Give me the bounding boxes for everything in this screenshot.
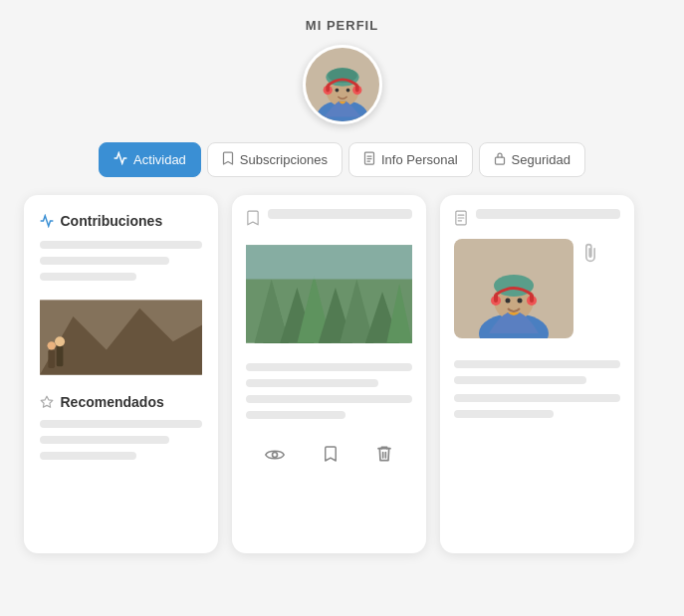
placeholder-line	[454, 376, 587, 384]
contribuciones-title: Contribuciones	[40, 213, 202, 229]
placeholder-line	[40, 273, 137, 281]
right-card-inner	[454, 239, 620, 350]
bookmark-icon	[222, 151, 234, 168]
tab-seguridad[interactable]: Seguridad	[479, 142, 585, 177]
right-card-lines	[454, 360, 620, 418]
right-header-line	[476, 209, 620, 219]
svg-point-10	[335, 89, 339, 93]
main-content: Contribuciones Recomendados	[24, 195, 661, 553]
bookmark-action-icon[interactable]	[324, 445, 338, 468]
avatar	[303, 45, 382, 124]
svg-marker-24	[41, 396, 53, 407]
placeholder-line	[246, 411, 345, 419]
recomendados-title: Recomendados	[40, 394, 202, 410]
mid-card-lines	[246, 363, 412, 419]
svg-point-52	[505, 299, 510, 304]
mid-card	[232, 195, 426, 553]
tab-actividad[interactable]: Actividad	[99, 142, 201, 177]
svg-rect-35	[246, 245, 412, 342]
forest-image	[246, 237, 412, 351]
svg-point-36	[273, 453, 278, 458]
svg-point-53	[517, 299, 522, 304]
mid-header-line	[268, 209, 412, 219]
placeholder-line	[40, 420, 202, 428]
tab-subscripciones[interactable]: Subscripciones	[207, 142, 342, 177]
mid-card-header	[246, 209, 412, 227]
tabs-row: Actividad Subscripciones Info Personal	[99, 142, 585, 177]
svg-rect-16	[495, 157, 504, 164]
tab-seguridad-label: Seguridad	[512, 152, 570, 167]
placeholder-line	[246, 379, 379, 387]
placeholder-line	[246, 363, 412, 371]
right-card-header	[454, 209, 620, 227]
placeholder-line	[40, 452, 137, 460]
page-title: MI PERFIL	[306, 18, 378, 33]
right-card	[440, 195, 634, 553]
paperclip-icon	[583, 243, 597, 267]
hiking-image	[40, 293, 202, 382]
tab-actividad-label: Actividad	[133, 152, 186, 167]
tab-info-personal[interactable]: Info Personal	[348, 142, 473, 177]
mid-card-actions	[246, 435, 412, 468]
lock-icon	[494, 151, 506, 168]
placeholder-line	[40, 436, 169, 444]
svg-point-11	[345, 89, 349, 93]
placeholder-line	[40, 241, 202, 249]
placeholder-line	[454, 394, 620, 402]
placeholder-line	[454, 410, 554, 418]
delete-icon[interactable]	[376, 445, 392, 468]
placeholder-line	[40, 257, 169, 265]
svg-rect-23	[40, 300, 202, 374]
activity-icon	[114, 151, 127, 168]
placeholder-line	[454, 360, 620, 368]
tab-info-personal-label: Info Personal	[381, 152, 458, 167]
person-thumbnail	[454, 239, 573, 338]
placeholder-line	[246, 395, 412, 403]
view-icon[interactable]	[265, 446, 285, 467]
left-card: Contribuciones Recomendados	[24, 195, 218, 553]
tab-subscripciones-label: Subscripciones	[240, 152, 328, 167]
file-icon	[363, 151, 375, 168]
